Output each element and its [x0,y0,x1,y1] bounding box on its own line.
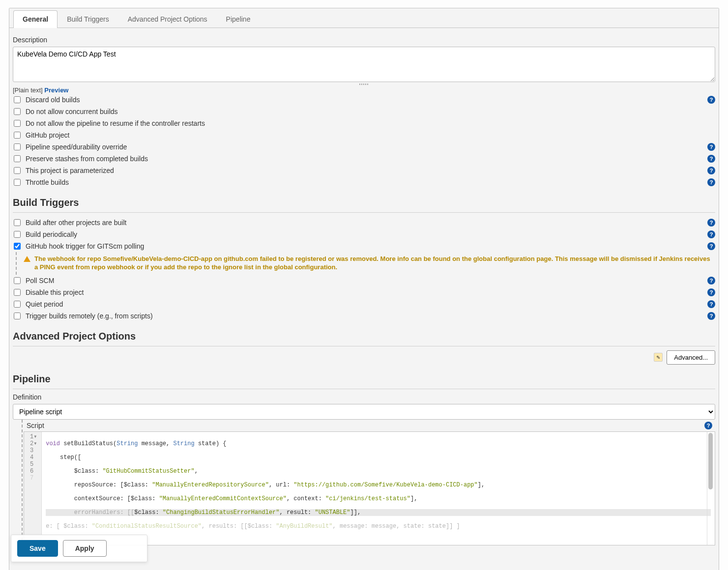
help-icon[interactable]: ? [707,167,715,174]
build-after-checkbox[interactable] [14,219,21,226]
warning-text: The webhook for repo Somefive/KubeVela-d… [34,255,714,272]
plain-text-label: [Plain text] [13,86,43,94]
webhook-warning: The webhook for repo Somefive/KubeVela-d… [16,252,715,275]
advanced-options-title: Advanced Project Options [13,331,715,342]
warning-icon [24,256,30,262]
build-after-label: Build after other projects are built [26,219,703,227]
no-resume-checkbox[interactable] [14,120,21,127]
apply-button[interactable]: Apply [63,540,107,557]
help-icon[interactable]: ? [707,230,715,238]
tab-general[interactable]: General [13,10,58,28]
no-concurrent-label: Do not allow concurrent builds [26,108,715,115]
poll-scm-label: Poll SCM [26,277,703,285]
help-icon[interactable]: ? [707,242,715,250]
footer-buttons: Save Apply [11,535,147,562]
help-icon[interactable]: ? [704,422,712,429]
parameterized-checkbox[interactable] [14,167,21,174]
help-icon[interactable]: ? [707,178,715,186]
edit-icon: ✎ [654,353,663,362]
disable-project-checkbox[interactable] [14,289,21,296]
help-icon[interactable]: ? [707,312,715,320]
github-hook-checkbox[interactable] [14,243,21,250]
code-editor[interactable]: 1▾ 2▾ 3 4 5 6 7 void setBuildStatus(Stri… [24,431,715,545]
tab-pipeline[interactable]: Pipeline [217,10,260,28]
description-format-row: [Plain text] Preview [13,86,715,94]
help-icon[interactable]: ? [707,143,715,151]
help-icon[interactable]: ? [707,288,715,296]
help-icon[interactable]: ? [707,155,715,163]
tab-bar: General Build Triggers Advanced Project … [9,8,719,28]
advanced-row: ✎ Advanced... [13,350,715,365]
github-project-label: GitHub project [26,131,715,139]
help-icon[interactable]: ? [707,219,715,227]
poll-scm-checkbox[interactable] [14,277,21,284]
parameterized-label: This project is parameterized [26,167,703,174]
editor-scrollbar[interactable] [707,432,714,545]
throttle-label: Throttle builds [26,178,703,186]
save-button[interactable]: Save [17,540,58,557]
discard-old-builds-checkbox[interactable] [14,96,21,103]
form-content: Description [Plain text] Preview Discard… [9,28,719,570]
preserve-stashes-checkbox[interactable] [14,155,21,162]
preserve-stashes-label: Preserve stashes from completed builds [26,155,703,163]
description-label: Description [13,36,715,44]
pipeline-title: Pipeline [13,373,715,385]
tab-build-triggers[interactable]: Build Triggers [58,10,118,28]
disable-project-label: Disable this project [26,288,703,296]
editor-gutter: 1▾ 2▾ 3 4 5 6 7 [24,432,42,545]
throttle-checkbox[interactable] [14,179,21,186]
tab-advanced-options[interactable]: Advanced Project Options [118,10,217,28]
script-label: Script [27,422,700,429]
config-panel: General Build Triggers Advanced Project … [9,8,719,570]
preview-link[interactable]: Preview [44,86,68,94]
speed-override-checkbox[interactable] [14,143,21,150]
help-icon[interactable]: ? [707,277,715,285]
script-block: Script ? 1▾ 2▾ 3 4 5 6 7 void setBuildSt… [22,420,715,545]
no-concurrent-checkbox[interactable] [14,108,21,115]
discard-old-builds-label: Discard old builds [26,96,703,104]
trigger-remote-label: Trigger builds remotely (e.g., from scri… [26,312,703,320]
advanced-button[interactable]: Advanced... [667,350,715,365]
github-project-checkbox[interactable] [14,132,21,139]
build-periodic-checkbox[interactable] [14,231,21,238]
help-icon[interactable]: ? [707,300,715,308]
build-triggers-title: Build Triggers [13,197,715,208]
editor-code[interactable]: void setBuildStatus(String message, Stri… [42,432,715,545]
build-periodic-label: Build periodically [26,230,703,238]
definition-label: Definition [13,393,715,401]
trigger-remote-checkbox[interactable] [14,313,21,319]
description-input[interactable] [13,47,715,82]
definition-select[interactable]: Pipeline script [13,404,715,420]
resize-grip[interactable] [13,83,715,86]
no-resume-label: Do not allow the pipeline to resume if t… [26,119,715,127]
help-icon[interactable]: ? [707,96,715,104]
github-hook-label: GitHub hook trigger for GITScm polling [26,242,703,250]
quiet-period-checkbox[interactable] [14,301,21,308]
quiet-period-label: Quiet period [26,300,703,308]
speed-override-label: Pipeline speed/durability override [26,143,703,151]
